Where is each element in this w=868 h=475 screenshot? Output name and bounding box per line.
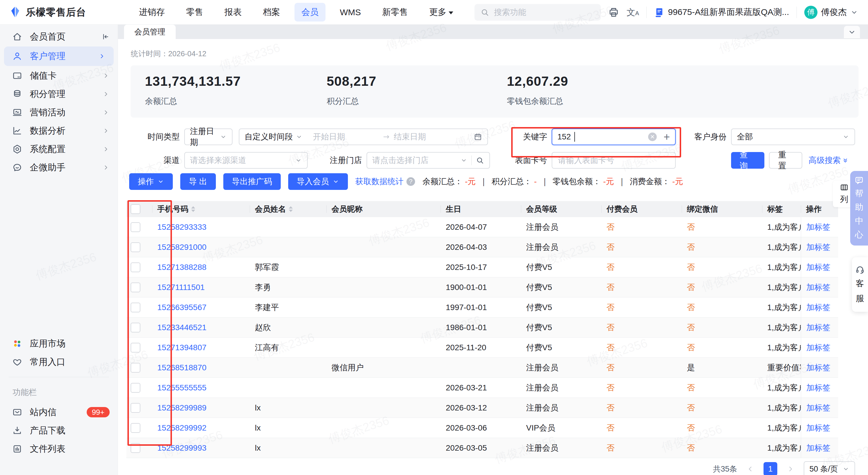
translate-icon[interactable]: 文A (627, 8, 639, 16)
card-number-input[interactable] (552, 152, 676, 169)
cell-phone[interactable]: 15258293333 (152, 217, 250, 237)
row-checkbox[interactable] (131, 423, 141, 433)
clear-icon[interactable]: ✕ (648, 133, 657, 141)
row-checkbox[interactable] (131, 263, 141, 272)
fetch-stats-link[interactable]: 获取数据统计 ? (355, 176, 415, 187)
add-tag-link[interactable]: 加标签 (801, 317, 838, 337)
add-tag-link[interactable]: 加标签 (801, 398, 838, 418)
add-tag-link[interactable]: 加标签 (801, 298, 838, 317)
sidebar-item-应用市场[interactable]: 应用市场 (0, 334, 118, 353)
current-page-button[interactable]: 1 (764, 462, 777, 475)
cell-paid-member: 否 (601, 378, 682, 398)
row-checkbox[interactable] (131, 222, 141, 232)
action-bar: 操作 导 出 导出推广码 导入会员 获取数据统计 ? 余额汇总：-元｜积分汇总：… (129, 173, 683, 190)
cell-phone[interactable]: 15258299992 (152, 418, 250, 438)
user-menu[interactable]: 傅 傅俊杰 (804, 6, 858, 19)
function-search[interactable] (474, 4, 601, 21)
cell-phone[interactable]: 15258291000 (152, 237, 250, 257)
channel-select[interactable]: 请选择来源渠道 (184, 152, 308, 169)
nav-item-零售[interactable]: 零售 (179, 3, 210, 22)
export-button[interactable]: 导 出 (180, 173, 216, 190)
time-type-select[interactable]: 注册日期 (184, 129, 232, 145)
add-tag-link[interactable]: 加标签 (801, 277, 838, 297)
sidebar-item-数据分析[interactable]: 数据分析 (0, 122, 118, 140)
nav-item-进销存[interactable]: 进销存 (132, 3, 172, 22)
sidebar-item-产品下载[interactable]: 产品下载 (0, 421, 118, 440)
identity-select[interactable]: 全部 (731, 129, 855, 145)
help-center-tab[interactable]: 帮助中心 (850, 171, 868, 245)
row-checkbox[interactable] (131, 383, 141, 393)
row-checkbox[interactable] (131, 282, 141, 292)
row-checkbox[interactable] (131, 343, 141, 352)
add-tag-link[interactable]: 加标签 (801, 338, 838, 358)
row-checkbox[interactable] (131, 403, 141, 413)
nav-item-档案[interactable]: 档案 (256, 3, 287, 22)
cell-phone[interactable]: 15258299993 (152, 438, 250, 458)
next-page-button[interactable] (784, 462, 797, 475)
sidebar-item-企微助手[interactable]: 企微助手 (0, 158, 118, 177)
sidebar-item-系统配置[interactable]: 系统配置 (0, 140, 118, 158)
operate-button[interactable]: 操作 (129, 173, 173, 190)
chevron-right-icon (98, 53, 105, 60)
channel-label: 渠道 (145, 152, 180, 169)
sidebar-item-营销活动[interactable]: 营销活动 (0, 103, 118, 122)
add-tag-link[interactable]: 加标签 (801, 358, 838, 377)
add-tag-link[interactable]: 加标签 (801, 378, 838, 398)
column-header-会员姓名[interactable]: 会员姓名 (250, 201, 327, 217)
cell-birthday: 1986-01-01 (441, 317, 521, 337)
register-store-select[interactable]: 请点击选择门店 (367, 152, 490, 169)
add-tag-link[interactable]: 加标签 (801, 217, 838, 237)
row-checkbox[interactable] (131, 303, 141, 312)
sidebar-collapse-button[interactable] (101, 32, 110, 41)
row-checkbox[interactable] (131, 363, 141, 373)
tabstrip-collapse-button[interactable] (844, 26, 860, 38)
cell-phone[interactable]: 15258299989 (152, 398, 250, 418)
cell-phone[interactable]: 15268518870 (152, 358, 250, 377)
query-button[interactable]: 查 询 (731, 152, 764, 169)
printer-icon[interactable] (608, 7, 619, 18)
sidebar-item-积分管理[interactable]: 积分管理 (0, 85, 118, 103)
nav-item-报表[interactable]: 报表 (218, 3, 249, 22)
keyword-input[interactable]: 152 ✕ + (552, 129, 676, 145)
add-tag-link[interactable]: 加标签 (801, 237, 838, 257)
page-size-select[interactable]: 50 条/页 (804, 461, 855, 475)
nav-item-新零售[interactable]: 新零售 (375, 3, 415, 22)
row-checkbox[interactable] (131, 443, 141, 453)
sidebar-item-储值卡[interactable]: 储值卡 (0, 67, 118, 85)
cell-phone[interactable]: 15271394807 (152, 338, 250, 358)
plus-icon[interactable]: + (663, 131, 670, 143)
store-switcher[interactable]: 99675-A组新界面果蔬版QA测... (654, 6, 789, 18)
prev-page-button[interactable] (743, 462, 757, 475)
tab-member-management[interactable]: 会员管理 (124, 25, 176, 39)
nav-item-WMS[interactable]: WMS (333, 4, 368, 21)
cell-phone[interactable]: 15271111501 (152, 277, 250, 297)
row-checkbox[interactable] (131, 323, 141, 333)
cell-phone[interactable]: 15266395567 (152, 298, 250, 317)
sort-icon[interactable] (191, 206, 195, 212)
cell-phone[interactable]: 15233446521 (152, 317, 250, 337)
nav-item-更多[interactable]: 更多 (422, 3, 460, 22)
row-checkbox[interactable] (131, 242, 141, 252)
sort-icon[interactable] (289, 206, 293, 212)
add-tag-link[interactable]: 加标签 (801, 438, 838, 458)
customer-service-tab[interactable]: 客服 (852, 257, 868, 312)
date-range-picker[interactable]: 自定义时间段 开始日期 结束日期 (239, 129, 488, 145)
add-tag-link[interactable]: 加标签 (801, 418, 838, 438)
sidebar-item-常用入口[interactable]: 常用入口 (0, 353, 118, 371)
advanced-search-link[interactable]: 高级搜索 (809, 152, 849, 169)
sidebar-item-站内信[interactable]: 站内信99+ (0, 403, 118, 421)
nav-item-会员[interactable]: 会员 (294, 3, 326, 22)
search-input[interactable] (493, 7, 581, 17)
sidebar-item-客户管理[interactable]: 客户管理 (4, 46, 114, 66)
import-member-button[interactable]: 导入会员 (288, 173, 348, 190)
sidebar-item-会员首页[interactable]: 会员首页 (0, 28, 118, 46)
cell-phone[interactable]: 15271388288 (152, 257, 250, 277)
card-number-field[interactable] (557, 156, 670, 165)
reset-button[interactable]: 重 置 (769, 152, 802, 169)
cell-phone[interactable]: 15255555555 (152, 378, 250, 398)
sidebar-item-文件列表[interactable]: 文件列表 (0, 440, 118, 458)
select-all-checkbox[interactable] (131, 204, 141, 214)
add-tag-link[interactable]: 加标签 (801, 257, 838, 277)
export-promo-button[interactable]: 导出推广码 (223, 173, 281, 190)
column-header-手机号码[interactable]: 手机号码 (152, 201, 250, 217)
